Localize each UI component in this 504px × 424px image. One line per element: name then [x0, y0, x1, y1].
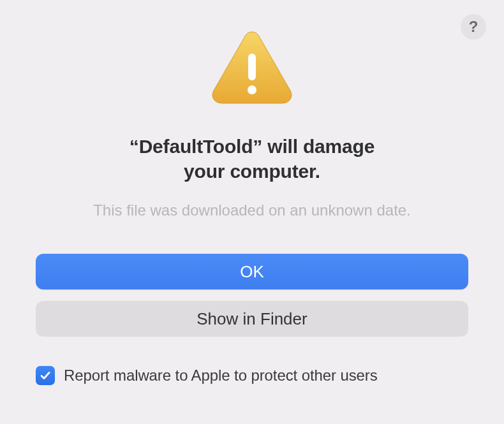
report-malware-checkbox[interactable]: [36, 366, 55, 385]
svg-point-1: [248, 85, 256, 94]
gatekeeper-dialog: ? “DefaultToold” will damage your comput…: [0, 0, 504, 424]
svg-rect-0: [248, 54, 256, 80]
help-button[interactable]: ?: [461, 14, 486, 40]
ok-button[interactable]: OK: [36, 254, 468, 289]
dialog-subtitle: This file was downloaded on an unknown d…: [93, 201, 411, 219]
dialog-title: “DefaultToold” will damage your computer…: [130, 134, 374, 184]
report-malware-row: Report malware to Apple to protect other…: [31, 366, 473, 385]
help-icon: ?: [469, 19, 478, 34]
checkmark-icon: [39, 369, 52, 382]
ok-button-label: OK: [240, 262, 264, 282]
report-malware-label: Report malware to Apple to protect other…: [64, 367, 378, 384]
warning-icon: [211, 29, 293, 107]
button-group: OK Show in Finder: [31, 254, 473, 337]
show-in-finder-label: Show in Finder: [196, 309, 307, 329]
show-in-finder-button[interactable]: Show in Finder: [36, 301, 468, 337]
